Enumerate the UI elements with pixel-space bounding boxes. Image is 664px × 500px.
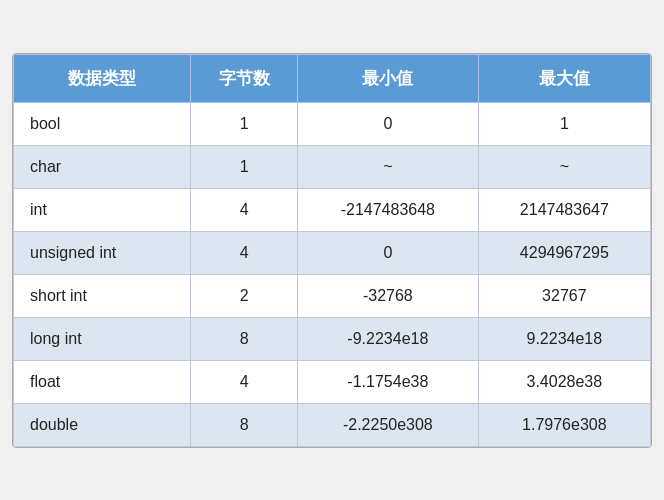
cell-max: 1	[478, 102, 650, 145]
cell-max: 32767	[478, 274, 650, 317]
col-header-max: 最大值	[478, 54, 650, 102]
cell-type: char	[14, 145, 191, 188]
cell-type: bool	[14, 102, 191, 145]
table-row: unsigned int404294967295	[14, 231, 651, 274]
cell-max: 1.7976e308	[478, 403, 650, 446]
col-header-bytes: 字节数	[191, 54, 298, 102]
cell-max: 4294967295	[478, 231, 650, 274]
cell-type: long int	[14, 317, 191, 360]
col-header-type: 数据类型	[14, 54, 191, 102]
cell-bytes: 4	[191, 360, 298, 403]
table-row: char1~~	[14, 145, 651, 188]
data-type-table: 数据类型 字节数 最小值 最大值 bool101char1~~int4-2147…	[13, 54, 651, 447]
cell-min: -32768	[298, 274, 479, 317]
cell-min: 0	[298, 231, 479, 274]
cell-max: ~	[478, 145, 650, 188]
cell-max: 9.2234e18	[478, 317, 650, 360]
table-row: float4-1.1754e383.4028e38	[14, 360, 651, 403]
table-row: int4-21474836482147483647	[14, 188, 651, 231]
cell-type: unsigned int	[14, 231, 191, 274]
col-header-min: 最小值	[298, 54, 479, 102]
cell-type: short int	[14, 274, 191, 317]
cell-min: -2.2250e308	[298, 403, 479, 446]
table-row: double8-2.2250e3081.7976e308	[14, 403, 651, 446]
cell-min: -9.2234e18	[298, 317, 479, 360]
cell-max: 2147483647	[478, 188, 650, 231]
table-header-row: 数据类型 字节数 最小值 最大值	[14, 54, 651, 102]
cell-type: double	[14, 403, 191, 446]
table-row: bool101	[14, 102, 651, 145]
cell-min: 0	[298, 102, 479, 145]
cell-bytes: 2	[191, 274, 298, 317]
cell-min: -1.1754e38	[298, 360, 479, 403]
table-row: long int8-9.2234e189.2234e18	[14, 317, 651, 360]
cell-bytes: 8	[191, 317, 298, 360]
cell-bytes: 1	[191, 145, 298, 188]
cell-type: float	[14, 360, 191, 403]
cell-min: ~	[298, 145, 479, 188]
table-row: short int2-3276832767	[14, 274, 651, 317]
data-table-wrapper: 数据类型 字节数 最小值 最大值 bool101char1~~int4-2147…	[12, 53, 652, 448]
cell-bytes: 4	[191, 231, 298, 274]
cell-max: 3.4028e38	[478, 360, 650, 403]
cell-bytes: 4	[191, 188, 298, 231]
cell-bytes: 1	[191, 102, 298, 145]
cell-type: int	[14, 188, 191, 231]
cell-bytes: 8	[191, 403, 298, 446]
cell-min: -2147483648	[298, 188, 479, 231]
